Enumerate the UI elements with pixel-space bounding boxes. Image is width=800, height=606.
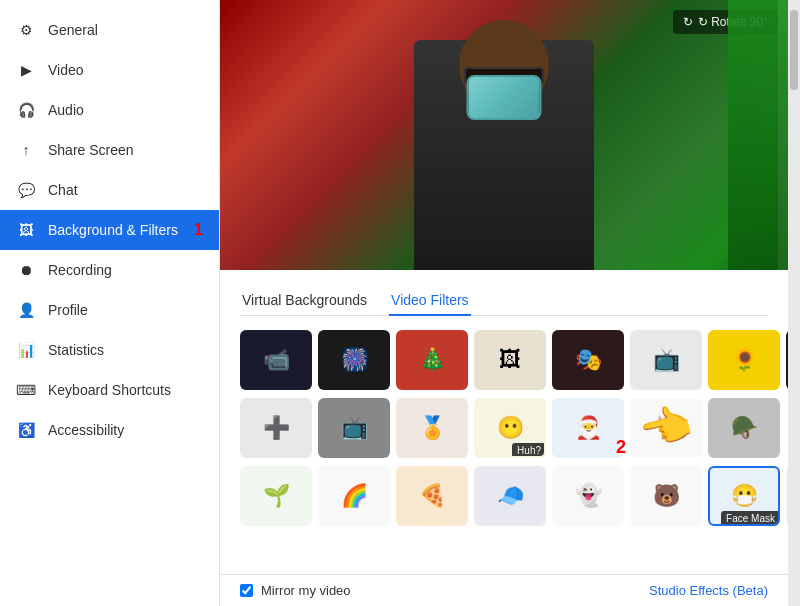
keyboard-shortcuts-icon: ⌨ [16, 380, 36, 400]
sidebar-item-chat[interactable]: 💬Chat [0, 170, 219, 210]
filter-item-f16[interactable]: 👉 [786, 398, 788, 458]
filter-item-f24[interactable]: 🐕 [786, 466, 788, 526]
chat-icon: 💬 [16, 180, 36, 200]
sidebar: ⚙General▶Video🎧Audio↑Share Screen💬Chat🖼B… [0, 0, 220, 606]
filter-item-f2[interactable]: 🎆 [318, 330, 390, 390]
sidebar-item-audio[interactable]: 🎧Audio [0, 90, 219, 130]
filter-item-f13[interactable]: 🎅 [552, 398, 624, 458]
right-scrollbar[interactable] [788, 0, 800, 606]
filter-item-f6[interactable]: 📺 [630, 330, 702, 390]
accessibility-label: Accessibility [48, 422, 124, 438]
chat-label: Chat [48, 182, 78, 198]
filter-item-f15[interactable]: 🪖 [708, 398, 780, 458]
background-filters-label: Background & Filters [48, 222, 178, 238]
recording-label: Recording [48, 262, 112, 278]
filter-item-f5[interactable]: 🎭 [552, 330, 624, 390]
mirror-label: Mirror my video [261, 583, 351, 598]
filter-item-f12[interactable]: 😶Huh? [474, 398, 546, 458]
audio-icon: 🎧 [16, 100, 36, 120]
filter-item-f23[interactable]: 😷Face Mask [708, 466, 780, 526]
statistics-label: Statistics [48, 342, 104, 358]
filter-panel: Virtual Backgrounds Video Filters 📹🎆🎄🖼🎭📺… [220, 270, 788, 574]
filter-item-f18[interactable]: 🌈 [318, 466, 390, 526]
share-screen-label: Share Screen [48, 142, 134, 158]
filter-item-f4[interactable]: 🖼 [474, 330, 546, 390]
filter-item-f17[interactable]: 🌱 [240, 466, 312, 526]
filter-tooltip-f23: Face Mask [721, 511, 780, 526]
statistics-icon: 📊 [16, 340, 36, 360]
keyboard-shortcuts-label: Keyboard Shortcuts [48, 382, 171, 398]
filter-item-f20[interactable]: 🧢 [474, 466, 546, 526]
filter-item-f7[interactable]: 🌻 [708, 330, 780, 390]
scrollbar-thumb[interactable] [790, 10, 798, 90]
bottom-bar: Mirror my video Studio Effects (Beta) [220, 574, 788, 606]
filter-item-f9[interactable]: ➕ [240, 398, 312, 458]
filter-item-f3[interactable]: 🎄 [396, 330, 468, 390]
sidebar-item-profile[interactable]: 👤Profile [0, 290, 219, 330]
mirror-checkbox-label[interactable]: Mirror my video [240, 583, 351, 598]
filter-item-f19[interactable]: 🍕 [396, 466, 468, 526]
main-content: ↻ ↻ Rotate 90° Virtual Backgrounds Video… [220, 0, 788, 606]
rotate-icon: ↻ [683, 15, 693, 29]
sidebar-item-recording[interactable]: ⏺Recording [0, 250, 219, 290]
filter-tooltip-f12: Huh? [512, 443, 546, 458]
filter-item-f14[interactable]: 🦌 [630, 398, 702, 458]
video-preview: ↻ ↻ Rotate 90° [220, 0, 788, 270]
sidebar-item-share-screen[interactable]: ↑Share Screen [0, 130, 219, 170]
filter-item-f11[interactable]: 🏅 [396, 398, 468, 458]
filter-row-1: ➕📺🏅😶Huh?🎅🦌🪖👉 [240, 398, 768, 458]
mirror-checkbox-input[interactable] [240, 584, 253, 597]
sidebar-item-video[interactable]: ▶Video [0, 50, 219, 90]
audio-label: Audio [48, 102, 84, 118]
general-label: General [48, 22, 98, 38]
video-label: Video [48, 62, 84, 78]
filter-item-f8[interactable]: ⬛ [786, 330, 788, 390]
filter-row-0: 📹🎆🎄🖼🎭📺🌻⬛ [240, 330, 768, 390]
sidebar-item-keyboard-shortcuts[interactable]: ⌨Keyboard Shortcuts [0, 370, 219, 410]
sidebar-item-background-filters[interactable]: 🖼Background & Filters1 [0, 210, 219, 250]
profile-label: Profile [48, 302, 88, 318]
profile-icon: 👤 [16, 300, 36, 320]
sidebar-item-accessibility[interactable]: ♿Accessibility [0, 410, 219, 450]
background-filters-badge: 1 [194, 221, 203, 239]
share-screen-icon: ↑ [16, 140, 36, 160]
filter-row-2: 🌱🌈🍕🧢👻🐻😷Face Mask🐕 [240, 466, 768, 526]
filter-item-f22[interactable]: 🐻 [630, 466, 702, 526]
filter-item-f21[interactable]: 👻 [552, 466, 624, 526]
sidebar-item-general[interactable]: ⚙General [0, 10, 219, 50]
filter-item-f10[interactable]: 📺 [318, 398, 390, 458]
recording-icon: ⏺ [16, 260, 36, 280]
general-icon: ⚙ [16, 20, 36, 40]
tab-virtual-backgrounds[interactable]: Virtual Backgrounds [240, 286, 369, 316]
tab-video-filters[interactable]: Video Filters [389, 286, 471, 316]
tabs: Virtual Backgrounds Video Filters [240, 286, 768, 316]
video-icon: ▶ [16, 60, 36, 80]
background-filters-icon: 🖼 [16, 220, 36, 240]
filter-item-f1[interactable]: 📹 [240, 330, 312, 390]
accessibility-icon: ♿ [16, 420, 36, 440]
studio-effects-link[interactable]: Studio Effects (Beta) [649, 583, 768, 598]
sidebar-item-statistics[interactable]: 📊Statistics [0, 330, 219, 370]
filters-grid: 📹🎆🎄🖼🎭📺🌻⬛➕📺🏅😶Huh?🎅🦌🪖👉🌱🌈🍕🧢👻🐻😷Face Mask🐕 [240, 330, 768, 526]
